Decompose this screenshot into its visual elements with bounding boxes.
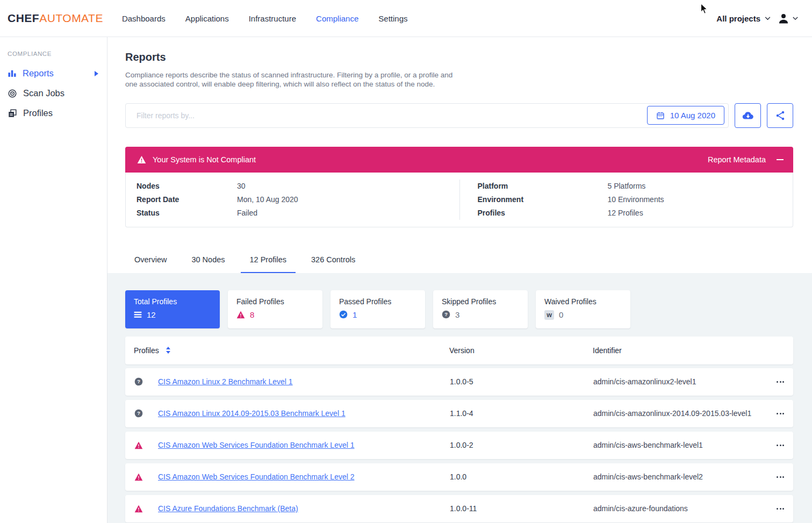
metadata-value: Failed <box>237 209 257 217</box>
more-options-button[interactable] <box>767 377 793 387</box>
card-waived-profiles[interactable]: Waived Profiles w 0 <box>536 290 630 328</box>
sidebar: COMPLIANCE Reports Scan Jobs Profiles <box>0 37 107 523</box>
metadata-value: 5 Platforms <box>608 182 646 190</box>
user-icon <box>777 12 790 25</box>
warning-triangle-icon <box>137 155 146 164</box>
more-options-button[interactable] <box>767 472 793 482</box>
tab[interactable]: 12 Profiles <box>241 247 296 273</box>
projects-dropdown[interactable]: All projects <box>716 14 771 23</box>
metadata-row: Report Date Mon, 10 Aug 2020 <box>136 193 449 206</box>
share-report-button[interactable] <box>767 103 793 128</box>
calendar-icon <box>656 111 665 120</box>
nav-right: All projects <box>716 12 798 25</box>
sidebar-item-label: Profiles <box>23 108 53 118</box>
column-header-version: Version <box>449 346 593 355</box>
cloud-download-icon <box>742 109 754 122</box>
profile-link[interactable]: CIS Amazon Web Services Foundation Bench… <box>158 472 354 481</box>
filter-reports-input[interactable] <box>135 111 647 120</box>
card-value: 8 <box>250 310 254 319</box>
more-options-button[interactable] <box>767 504 793 514</box>
profile-version: 1.1.0-4 <box>450 409 593 418</box>
main-content: Reports Compliance reports describe the … <box>107 37 812 523</box>
metadata-value: 30 <box>237 182 246 190</box>
user-menu[interactable] <box>777 12 798 25</box>
metadata-right-column: Platform 5 Platforms Environment 10 Envi… <box>459 180 793 220</box>
profile-version: 1.0.0 <box>450 472 593 481</box>
profiles-table-header: Profiles Version Identifier <box>125 336 793 364</box>
profile-link[interactable]: CIS Amazon Web Services Foundation Bench… <box>158 441 354 449</box>
sidebar-item-profiles[interactable]: Profiles <box>0 103 107 123</box>
card-skipped-profiles[interactable]: Skipped Profiles ? 3 <box>433 290 528 328</box>
share-icon <box>774 110 786 121</box>
tab[interactable]: 30 Nodes <box>182 247 234 273</box>
card-title: Total Profiles <box>134 297 211 306</box>
svg-text:?: ? <box>137 411 140 416</box>
metadata-row: Profiles 12 Profiles <box>478 206 782 220</box>
logo-automate: AUTOMATE <box>39 12 103 24</box>
profiles-icon <box>8 109 17 118</box>
failed-icon <box>236 311 245 319</box>
nav-item[interactable]: Compliance <box>316 14 358 23</box>
profile-version: 1.0.0-2 <box>450 441 593 449</box>
sidebar-item-scan-jobs[interactable]: Scan Jobs <box>0 83 107 103</box>
failed-status-icon <box>134 441 143 449</box>
expand-arrow-icon[interactable] <box>95 71 98 76</box>
nav-item[interactable]: Infrastructure <box>249 14 296 23</box>
skipped-status-icon: ? <box>134 377 143 386</box>
sidebar-section-label: COMPLIANCE <box>0 51 107 57</box>
more-options-button[interactable] <box>767 409 793 419</box>
profile-version: 1.0.0-5 <box>450 377 593 386</box>
metadata-left-column: Nodes 30 Report Date Mon, 10 Aug 2020 St… <box>126 180 459 220</box>
profile-identifier: admin/cis-amazonlinux2-level1 <box>593 377 767 386</box>
date-picker-button[interactable]: 10 Aug 2020 <box>647 106 724 125</box>
table-row: ? CIS Amazon Linux 2014.09-2015.03 Bench… <box>125 400 793 427</box>
profile-link[interactable]: CIS Amazon Linux 2 Benchmark Level 1 <box>158 377 293 386</box>
profiles-section: Total Profiles 12 Failed Profiles 8 Pass… <box>107 273 812 523</box>
card-failed-profiles[interactable]: Failed Profiles 8 <box>228 290 322 328</box>
metadata-label: Environment <box>478 195 608 204</box>
card-value: 0 <box>559 310 563 319</box>
passed-icon <box>339 310 348 319</box>
sidebar-item-reports[interactable]: Reports <box>0 63 107 83</box>
table-row: ? CIS Amazon Linux 2 Benchmark Level 1 1… <box>125 368 793 396</box>
page-title: Reports <box>125 51 793 63</box>
card-passed-profiles[interactable]: Passed Profiles 1 <box>330 290 425 328</box>
profile-version: 1.0.0-11 <box>450 504 593 513</box>
more-options-button[interactable] <box>767 440 793 450</box>
compliance-banner: Your System is Not Compliant Report Meta… <box>125 147 793 173</box>
filter-box: 10 Aug 2020 <box>125 103 729 128</box>
tab[interactable]: Overview <box>125 247 176 273</box>
column-header-profiles: Profiles <box>134 346 159 355</box>
metadata-label: Profiles <box>478 209 608 217</box>
table-row: ? CIS Azure Foundations Benchmark (Beta)… <box>125 495 793 522</box>
nav-item[interactable]: Applications <box>185 14 229 23</box>
report-metadata-toggle[interactable]: Report Metadata <box>708 155 784 164</box>
report-metadata-label: Report Metadata <box>708 155 766 164</box>
card-total-profiles[interactable]: Total Profiles 12 <box>125 290 220 328</box>
svg-text:?: ? <box>444 312 448 317</box>
column-header-identifier: Identifier <box>593 346 767 355</box>
date-label: 10 Aug 2020 <box>670 111 715 120</box>
download-report-button[interactable] <box>735 103 761 128</box>
metadata-row: Nodes 30 <box>136 180 449 193</box>
report-metadata-panel: Nodes 30 Report Date Mon, 10 Aug 2020 St… <box>125 173 793 227</box>
sort-toggle[interactable] <box>166 347 170 354</box>
card-value: 12 <box>147 310 156 319</box>
nav-item[interactable]: Settings <box>378 14 407 23</box>
card-title: Waived Profiles <box>544 297 622 306</box>
failed-status-icon <box>134 473 143 481</box>
collapse-icon[interactable] <box>777 159 784 160</box>
nav-item[interactable]: Dashboards <box>122 14 166 23</box>
card-title: Failed Profiles <box>236 297 314 306</box>
app-logo[interactable]: CHEFAUTOMATE <box>8 12 103 25</box>
chevron-down-icon <box>793 17 798 20</box>
tab[interactable]: 326 Controls <box>302 247 364 273</box>
profile-identifier: admin/cis-azure-foundations <box>593 504 767 513</box>
metadata-value: 10 Environments <box>608 195 664 204</box>
metadata-label: Status <box>136 209 237 217</box>
profile-link[interactable]: CIS Azure Foundations Benchmark (Beta) <box>158 504 298 513</box>
profile-link[interactable]: CIS Amazon Linux 2014.09-2015.03 Benchma… <box>158 409 346 418</box>
card-value: 1 <box>353 310 357 319</box>
sidebar-item-label: Scan Jobs <box>23 88 64 98</box>
metadata-value: Mon, 10 Aug 2020 <box>237 195 298 204</box>
